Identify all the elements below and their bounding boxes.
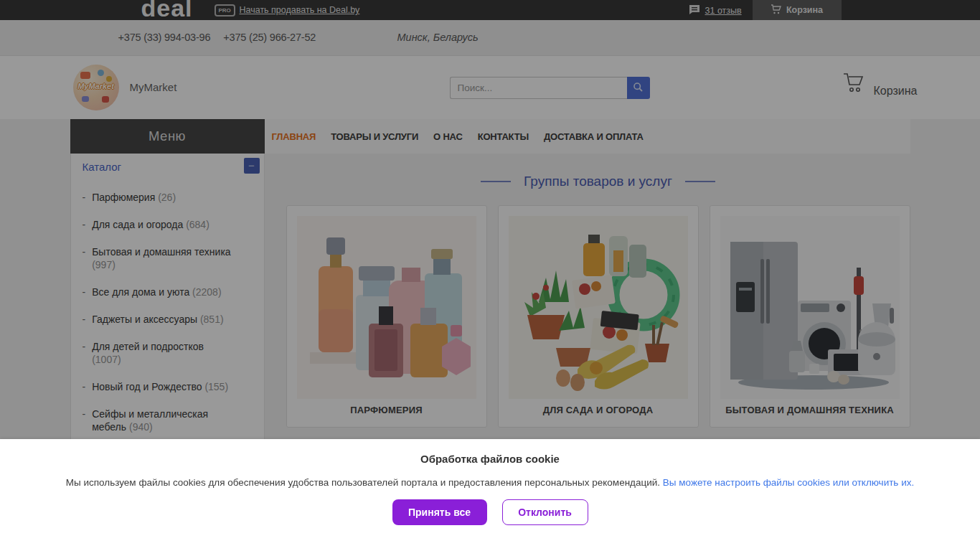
cookie-banner: Обработка файлов cookie Мы используем фа… [0, 439, 980, 551]
decline-cookies-button[interactable]: Отклонить [502, 499, 588, 525]
accept-cookies-button[interactable]: Принять все [392, 499, 487, 525]
cookie-settings-link[interactable]: Вы можете настроить файлы cookies или от… [663, 477, 914, 488]
cookie-title: Обработка файлов cookie [0, 453, 980, 465]
cookie-text: Мы используем файлы cookies для обеспече… [0, 477, 980, 488]
